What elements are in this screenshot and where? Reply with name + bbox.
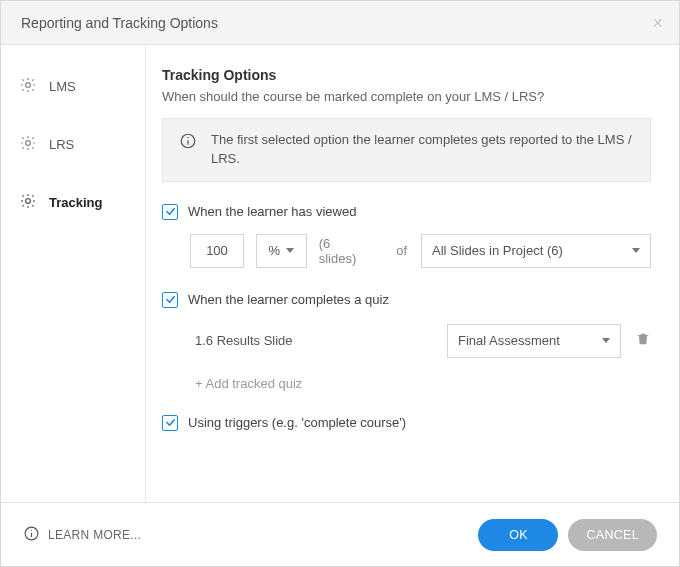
section-subtitle: When should the course be marked complet… (162, 89, 651, 104)
chevron-down-icon (632, 248, 640, 253)
ok-label: OK (509, 528, 528, 542)
gear-icon (19, 134, 37, 155)
option-triggers: Using triggers (e.g. 'complete course') (162, 415, 651, 431)
svg-point-2 (26, 198, 31, 203)
quiz-select[interactable]: Final Assessment (447, 324, 621, 358)
chevron-down-icon (602, 338, 610, 343)
info-icon (23, 525, 40, 545)
info-text: The first selected option the learner co… (211, 131, 634, 169)
quiz-details: 1.6 Results Slide Final Assessment + Add… (190, 324, 651, 391)
svg-point-5 (187, 137, 188, 138)
checkbox-triggers[interactable] (162, 415, 178, 431)
sidebar-item-label: LMS (49, 79, 76, 94)
option-viewed: When the learner has viewed (162, 204, 651, 220)
dialog-window: Reporting and Tracking Options × LMS (0, 0, 680, 567)
trash-icon[interactable] (635, 331, 651, 350)
checkbox-quiz[interactable] (162, 292, 178, 308)
viewed-scope-select[interactable]: All Slides in Project (6) (421, 234, 651, 268)
cancel-button[interactable]: CANCEL (568, 519, 657, 551)
dialog-title: Reporting and Tracking Options (21, 15, 218, 31)
sidebar-item-label: LRS (49, 137, 74, 152)
learn-more-label: LEARN MORE... (48, 528, 141, 542)
info-box: The first selected option the learner co… (162, 118, 651, 182)
svg-point-1 (26, 140, 31, 145)
svg-point-8 (31, 529, 32, 530)
content-panel: Tracking Options When should the course … (146, 45, 679, 502)
info-icon (179, 132, 197, 169)
option-viewed-label: When the learner has viewed (188, 204, 356, 219)
sidebar-item-lrs[interactable]: LRS (1, 115, 145, 173)
viewed-value-input[interactable] (190, 234, 244, 268)
quiz-select-value: Final Assessment (458, 333, 560, 348)
chevron-down-icon (286, 248, 294, 253)
titlebar: Reporting and Tracking Options × (1, 1, 679, 45)
viewed-unit-value: % (269, 243, 281, 258)
viewed-count-label: (6 slides) (319, 236, 370, 266)
close-icon[interactable]: × (652, 14, 663, 32)
option-viewed-block: When the learner has viewed % (6 slides)… (162, 204, 651, 268)
viewed-of-label: of (396, 243, 407, 258)
viewed-params: % (6 slides) of All Slides in Project (6… (190, 234, 651, 268)
dialog-footer: LEARN MORE... OK CANCEL (1, 502, 679, 566)
gear-icon (19, 192, 37, 213)
option-quiz: When the learner completes a quiz (162, 292, 651, 308)
dialog-body: LMS LRS Tracking (1, 45, 679, 502)
sidebar-item-tracking[interactable]: Tracking (1, 173, 145, 231)
cancel-label: CANCEL (586, 528, 639, 542)
option-quiz-block: When the learner completes a quiz 1.6 Re… (162, 292, 651, 391)
quiz-item-label: 1.6 Results Slide (190, 333, 326, 348)
checkbox-viewed[interactable] (162, 204, 178, 220)
option-quiz-label: When the learner completes a quiz (188, 292, 389, 307)
gear-icon (19, 76, 37, 97)
add-tracked-quiz[interactable]: + Add tracked quiz (190, 376, 651, 391)
svg-point-0 (26, 82, 31, 87)
option-triggers-label: Using triggers (e.g. 'complete course') (188, 415, 406, 430)
learn-more-link[interactable]: LEARN MORE... (23, 525, 141, 545)
sidebar-item-lms[interactable]: LMS (1, 57, 145, 115)
viewed-scope-value: All Slides in Project (6) (432, 243, 563, 258)
ok-button[interactable]: OK (478, 519, 558, 551)
viewed-unit-select[interactable]: % (256, 234, 307, 268)
quiz-row: 1.6 Results Slide Final Assessment (190, 324, 651, 358)
sidebar: LMS LRS Tracking (1, 45, 146, 502)
sidebar-item-label: Tracking (49, 195, 102, 210)
section-title: Tracking Options (162, 67, 651, 83)
